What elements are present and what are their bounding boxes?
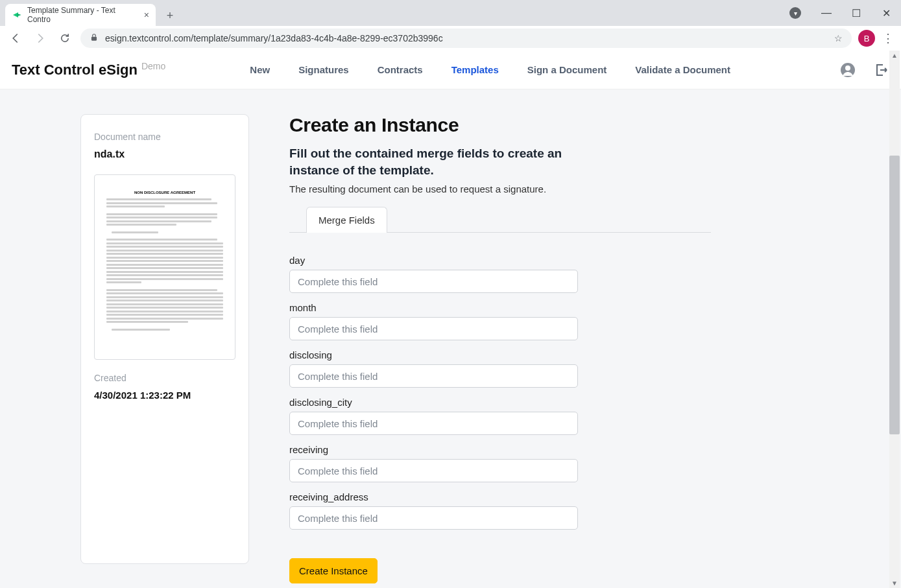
tab-favicon-icon bbox=[12, 10, 22, 20]
browser-toolbar: esign.textcontrol.com/template/summary/1… bbox=[0, 26, 901, 51]
field-label-day: day bbox=[289, 255, 711, 266]
field-label-month: month bbox=[289, 302, 711, 313]
tab-title: Template Summary - Text Contro bbox=[27, 6, 139, 24]
created-label: Created bbox=[94, 373, 235, 383]
field-label-disclosing-city: disclosing_city bbox=[289, 397, 711, 408]
field-input-disclosing[interactable] bbox=[289, 364, 578, 388]
field-input-receiving[interactable] bbox=[289, 459, 578, 482]
tab-merge-fields[interactable]: Merge Fields bbox=[306, 207, 387, 233]
browser-chrome: Template Summary - Text Contro × + ▾ — ☐… bbox=[0, 0, 901, 51]
profile-avatar[interactable]: B bbox=[858, 30, 875, 47]
svg-rect-0 bbox=[91, 36, 97, 40]
field-label-disclosing: disclosing bbox=[289, 349, 711, 360]
create-instance-button[interactable]: Create Instance bbox=[289, 558, 378, 583]
svg-point-2 bbox=[845, 65, 850, 71]
browser-menu-icon[interactable]: ⋮ bbox=[882, 31, 895, 45]
field-label-receiving-address: receiving_address bbox=[289, 491, 711, 502]
document-name-label: Document name bbox=[94, 132, 235, 142]
nav-validate[interactable]: Validate a Document bbox=[635, 64, 730, 75]
page-subtitle: Fill out the contained merge fields to c… bbox=[289, 145, 601, 178]
created-value: 4/30/2021 1:23:22 PM bbox=[94, 390, 235, 401]
field-label-receiving: receiving bbox=[289, 444, 711, 455]
document-preview[interactable]: NON DISCLOSURE AGREEMENT bbox=[94, 174, 235, 360]
app-header: Text Control eSign Demo New Signatures C… bbox=[0, 51, 901, 89]
new-tab-button[interactable]: + bbox=[161, 6, 179, 25]
logout-icon[interactable] bbox=[874, 62, 889, 78]
page-body: Document name nda.tx NON DISCLOSURE AGRE… bbox=[0, 89, 901, 588]
window-minimize-icon[interactable]: — bbox=[811, 0, 841, 26]
main-content: Create an Instance Fill out the containe… bbox=[289, 114, 711, 588]
tabs-row: Merge Fields bbox=[289, 206, 711, 233]
nav-signatures[interactable]: Signatures bbox=[298, 64, 349, 75]
scroll-down-icon[interactable]: ▼ bbox=[891, 580, 898, 587]
window-close-icon[interactable]: ✕ bbox=[871, 0, 901, 26]
url-text: esign.textcontrol.com/template/summary/1… bbox=[105, 33, 443, 43]
nav-new[interactable]: New bbox=[250, 64, 270, 75]
field-input-receiving-address[interactable] bbox=[289, 506, 578, 530]
main-nav: New Signatures Contracts Templates Sign … bbox=[250, 64, 730, 75]
field-input-disclosing-city[interactable] bbox=[289, 412, 578, 435]
browser-tab[interactable]: Template Summary - Text Contro × bbox=[5, 4, 156, 26]
brand-suffix: Demo bbox=[141, 61, 165, 71]
back-button[interactable] bbox=[6, 29, 25, 47]
tab-close-icon[interactable]: × bbox=[144, 10, 149, 20]
lock-icon bbox=[90, 33, 99, 44]
page-description: The resulting document can be used to re… bbox=[289, 183, 711, 194]
reload-button[interactable] bbox=[56, 29, 74, 47]
field-input-day[interactable] bbox=[289, 270, 578, 293]
nav-contracts[interactable]: Contracts bbox=[378, 64, 423, 75]
nav-sign[interactable]: Sign a Document bbox=[527, 64, 607, 75]
field-input-month[interactable] bbox=[289, 317, 578, 340]
forward-button[interactable] bbox=[31, 29, 49, 47]
account-chevron-icon[interactable]: ▾ bbox=[782, 0, 811, 26]
preview-title: NON DISCLOSURE AGREEMENT bbox=[106, 191, 223, 194]
scroll-up-icon[interactable]: ▲ bbox=[891, 52, 898, 59]
address-bar[interactable]: esign.textcontrol.com/template/summary/1… bbox=[80, 29, 852, 48]
page-title: Create an Instance bbox=[289, 114, 711, 136]
scroll-thumb[interactable] bbox=[889, 156, 900, 434]
document-name: nda.tx bbox=[94, 148, 235, 160]
brand-title: Text Control eSign bbox=[12, 62, 138, 78]
nav-templates[interactable]: Templates bbox=[451, 64, 499, 75]
window-maximize-icon[interactable]: ☐ bbox=[841, 0, 871, 26]
bookmark-star-icon[interactable]: ☆ bbox=[834, 33, 843, 43]
account-icon[interactable] bbox=[840, 62, 856, 78]
document-sidebar: Document name nda.tx NON DISCLOSURE AGRE… bbox=[80, 114, 249, 564]
window-controls: ▾ — ☐ ✕ bbox=[782, 0, 901, 26]
